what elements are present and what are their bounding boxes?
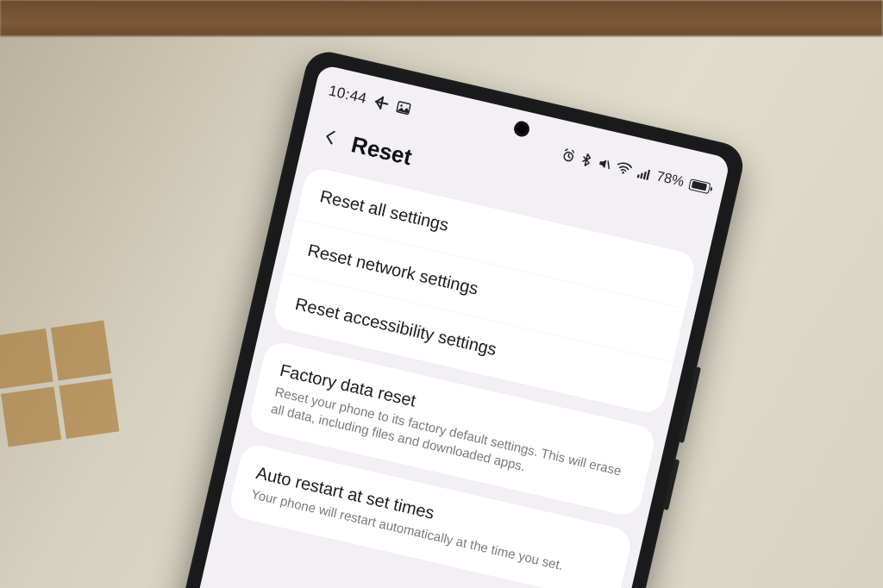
svg-point-5 <box>400 104 403 107</box>
svg-rect-9 <box>640 173 643 179</box>
svg-rect-11 <box>646 170 650 180</box>
bluetooth-icon <box>579 152 592 167</box>
volume-button <box>679 366 701 443</box>
mute-icon <box>596 155 612 172</box>
svg-point-7 <box>622 172 624 174</box>
signal-icon <box>636 165 652 181</box>
status-time: 10:44 <box>327 82 368 108</box>
svg-rect-8 <box>637 174 640 178</box>
page-title: Reset <box>349 131 415 171</box>
desk-edge <box>0 0 883 36</box>
picture-icon <box>395 100 411 116</box>
photo-scene: 10:44 <box>0 0 883 588</box>
slack-icon <box>373 95 390 111</box>
battery-percent: 78% <box>655 168 686 190</box>
phone-screen: 10:44 <box>122 64 731 588</box>
microsoft-logo <box>0 321 119 447</box>
wifi-icon <box>615 160 633 178</box>
battery-icon <box>688 178 711 194</box>
power-button <box>663 459 679 510</box>
alarm-icon <box>560 147 577 164</box>
phone-device: 10:44 <box>105 47 748 588</box>
back-button[interactable] <box>313 121 347 157</box>
svg-rect-10 <box>643 172 647 179</box>
